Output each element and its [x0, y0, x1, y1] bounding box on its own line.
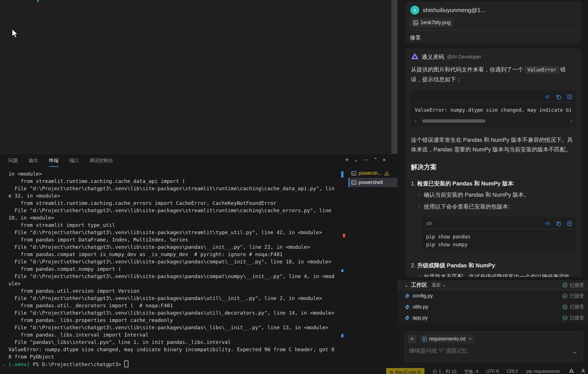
terminal-line: File "d:\Project\other\chatgpt3\.venv\li…: [8, 324, 340, 331]
scrollbar-thumb[interactable]: [422, 119, 485, 123]
workspace-filter[interactable]: 最新 ⌄: [432, 282, 446, 288]
tab-output[interactable]: 输出: [29, 157, 38, 167]
code-horizontal-scrollbar[interactable]: ‹ ›: [415, 119, 572, 123]
terminal-actions: + ⌄ ⋯ ⌃ ×: [345, 156, 386, 164]
terminal-line: File "d:\Project\other\chatgpt3\.venv\li…: [8, 229, 340, 236]
file-name: app.py: [413, 315, 428, 321]
terminal-session-powershell[interactable]: powershell: [349, 178, 397, 187]
venv-indicator: (.venv): [8, 361, 30, 367]
user-message-text: 修复: [410, 30, 577, 41]
terminal-line: File "pandas\_libs\interval.pyx", line 1…: [8, 339, 340, 346]
terminal-line: from streamlit.runtime.caching.cache_dat…: [8, 178, 340, 185]
account-icon[interactable]: [581, 368, 586, 373]
terminal-session-list: powersh... powershell: [349, 169, 397, 187]
remove-context-icon[interactable]: ×: [469, 337, 471, 342]
terminal-line: File "d:\Project\other\chatgpt3\.venv\li…: [8, 273, 340, 280]
scrollbar-marker-error: [343, 234, 345, 237]
tab-problems[interactable]: 问题: [8, 157, 18, 167]
encoding-item[interactable]: UTF-8: [486, 369, 499, 374]
new-file-icon[interactable]: [567, 94, 572, 100]
session-label: powershell: [359, 180, 383, 185]
workspace-file-row[interactable]: config.py 已接受: [397, 290, 588, 301]
python-icon: [405, 294, 410, 299]
error-code-block: ValueError: numpy.dtype size changed, ma…: [411, 90, 576, 127]
sh-command-line: pip show numpy: [426, 241, 572, 248]
scroll-left-icon[interactable]: ‹: [415, 118, 417, 124]
terminal-line: from pandas.compat import is_numpy_dev a…: [8, 251, 340, 258]
mouse-cursor-icon: [12, 29, 18, 38]
marscode-logo-icon: [390, 370, 393, 374]
scrollbar-marker-info: [341, 171, 343, 178]
copy-icon[interactable]: [556, 94, 561, 100]
chat-input-field[interactable]: [408, 347, 567, 354]
terminal-line: File "d:\Project\other\chatgpt3\.venv\li…: [8, 258, 340, 265]
prompt-path: PS D:\Project\other\chatgpt3>: [30, 361, 124, 367]
sh-command-line: pip show pandas: [426, 233, 572, 240]
terminal-line: from pandas import DataFrame, Index, Mul…: [8, 236, 340, 243]
workspace-file-row[interactable]: utils.py 已接受: [397, 301, 588, 312]
close-panel-icon[interactable]: ×: [383, 157, 386, 163]
python-icon: [405, 304, 410, 310]
send-icon[interactable]: →: [571, 348, 578, 355]
assistant-paragraph: 从提供的图片和代码文件来看，你遇到了一个 ValueError 错误，提示信息如…: [411, 65, 576, 84]
cursor-position-item[interactable]: 行 1，列 10: [433, 369, 456, 374]
inline-code: ValueError: [525, 66, 559, 73]
accept-all-status: 已接受: [562, 282, 584, 288]
scrollbar-marker-info: [341, 269, 343, 272]
workspace-section: ⌄ 工作区 最新 ⌄ 已接受 config.py 已接受 utils.py 已接…: [397, 280, 588, 323]
context-file-chip[interactable]: requirements.txt ×: [420, 335, 474, 343]
assistant-handle: @AI Developer: [447, 54, 481, 60]
chevron-down-icon[interactable]: ⌄: [404, 282, 408, 288]
insert-code-icon[interactable]: [545, 221, 550, 226]
workspace-header[interactable]: ⌄ 工作区 最新 ⌄ 已接受: [397, 280, 588, 290]
assistant-paragraph: 这个错误通常发生在 Pandas 和 NumPy 版本不兼容的情况下。具体来说，…: [411, 135, 576, 154]
editor-scrollbar[interactable]: [391, 0, 397, 154]
tab-debug-console[interactable]: 调试控制台: [89, 157, 113, 167]
scroll-right-icon[interactable]: ›: [571, 118, 572, 124]
marscode-status-item[interactable]: MarsCode AI: [386, 368, 424, 374]
eol-item[interactable]: CRLF: [507, 369, 519, 374]
copy-icon[interactable]: [556, 221, 561, 226]
insert-code-icon[interactable]: [545, 94, 550, 100]
new-file-icon[interactable]: [567, 221, 572, 226]
terminal-line: from pandas._libs.interval import Interv…: [8, 331, 340, 339]
terminal-line: File "d:\Project\other\chatgpt3\.venv\li…: [8, 207, 340, 214]
terminal-line: in <module>: [8, 170, 340, 178]
assistant-name: 通义灵码: [422, 53, 444, 61]
scrollbar-marker-info: [341, 334, 343, 337]
file-icon: [422, 337, 427, 342]
language-mode-item[interactable]: pip requirements: [526, 369, 560, 374]
terminal-prompt: (.venv) PS D:\Project\other\chatgpt3>: [8, 360, 340, 368]
terminal-dropdown-icon[interactable]: ⌄: [354, 157, 358, 163]
workspace-file-row[interactable]: app.py 已接受: [397, 312, 588, 323]
terminal-line: File "d:\Project\other\chatgpt3\.venv\li…: [8, 243, 340, 251]
terminal-line: from pandas.util._decorators import ( # …: [8, 302, 340, 309]
tab-ports[interactable]: 端口: [69, 157, 79, 167]
terminal-scrollbar[interactable]: [341, 169, 343, 366]
session-label: powersh...: [359, 170, 382, 176]
code-language-label: sh: [426, 221, 432, 226]
error-code-text: ValueError: numpy.dtype size changed, ma…: [415, 106, 572, 114]
chat-input-card: + requirements.txt × →: [405, 332, 583, 362]
context-file-name: requirements.txt: [429, 336, 465, 342]
solution-heading: 解决方案: [411, 163, 576, 171]
attachment-chip[interactable]: 1enk7bfy.png: [410, 18, 454, 27]
python-icon: [405, 315, 410, 321]
terminal-session-warning[interactable]: powersh...: [349, 169, 397, 178]
terminal-line: File "d:\Project\other\chatgpt3\.venv\li…: [8, 309, 340, 317]
terminal-output: in <module> from streamlit.runtime.cachi…: [8, 170, 340, 368]
more-actions-icon[interactable]: ⋯: [363, 157, 368, 163]
add-context-button[interactable]: +: [408, 335, 416, 343]
lingma-status-icon[interactable]: [569, 368, 574, 373]
lingma-logo-icon: [411, 53, 419, 61]
new-terminal-button[interactable]: +: [345, 156, 349, 164]
maximize-panel-icon[interactable]: ⌃: [373, 157, 377, 163]
assistant-message-card: 通义灵码 @AI Developer 从提供的图片和代码文件来看，你遇到了一个 …: [405, 48, 582, 277]
tab-terminal[interactable]: 终端: [49, 157, 58, 167]
user-message-card: s shishuiliuyunmeng@1... 1enk7bfy.png 修复: [405, 2, 582, 43]
command-decoration-icon: ○: [3, 362, 5, 367]
terminal-line: from pandas._libs.properties import cach…: [8, 317, 340, 324]
indentation-item[interactable]: 空格: 4: [464, 369, 478, 374]
file-status: 已接受: [562, 293, 584, 299]
terminal-line: ule>: [8, 280, 340, 287]
